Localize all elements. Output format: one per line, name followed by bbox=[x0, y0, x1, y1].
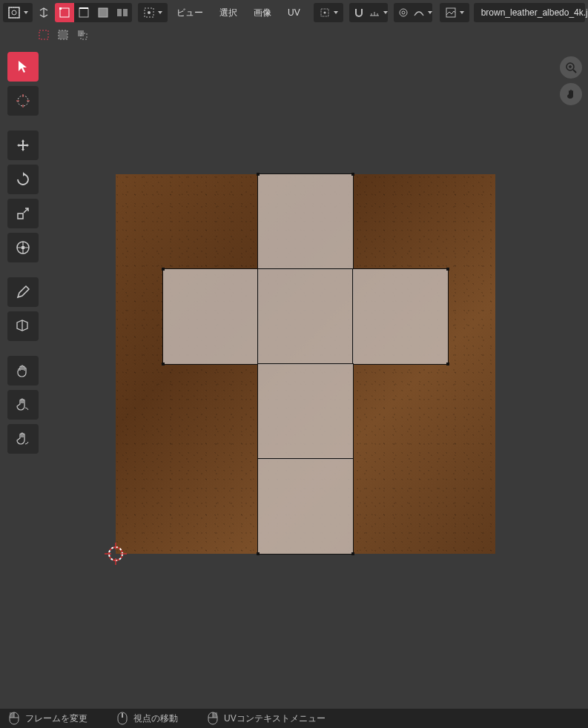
header-row-1: ビュー 選択 画像 UV bbox=[0, 0, 588, 25]
svg-point-19 bbox=[402, 11, 405, 14]
hint-move-view: 視点の移動 bbox=[117, 712, 178, 725]
edge-icon bbox=[78, 7, 90, 19]
svg-rect-7 bbox=[99, 8, 108, 17]
tool-scale[interactable] bbox=[7, 199, 39, 228]
uv-editor-icon bbox=[7, 6, 21, 19]
snap-settings[interactable] bbox=[369, 3, 388, 22]
mouse-middle-icon bbox=[117, 712, 128, 725]
magnet-icon bbox=[353, 7, 365, 19]
snap-group bbox=[349, 3, 388, 22]
uv-face[interactable] bbox=[258, 364, 353, 459]
svg-point-2 bbox=[12, 10, 16, 15]
uv-vertex[interactable] bbox=[162, 363, 165, 365]
svg-rect-22 bbox=[59, 30, 67, 39]
svg-rect-5 bbox=[79, 8, 88, 17]
uv-vertex[interactable] bbox=[162, 268, 165, 271]
tool-cursor[interactable] bbox=[7, 86, 39, 116]
sync-selection-button[interactable] bbox=[34, 3, 53, 22]
rotate-icon bbox=[16, 172, 30, 187]
zoom-button[interactable] bbox=[560, 56, 582, 79]
sync-icon bbox=[38, 7, 50, 19]
face-select-button[interactable] bbox=[93, 3, 113, 22]
svg-rect-33 bbox=[22, 246, 24, 249]
select-subtract-button[interactable] bbox=[74, 27, 90, 43]
uv-vertex[interactable] bbox=[446, 268, 449, 271]
image-name-text: brown_leather_albedo_4k.jpg bbox=[481, 7, 588, 18]
uv-viewport[interactable] bbox=[0, 44, 588, 709]
tool-move[interactable] bbox=[7, 130, 39, 160]
uv-face[interactable] bbox=[163, 269, 258, 364]
hint-move-view-label: 視点の移動 bbox=[133, 712, 178, 725]
header-row-2 bbox=[0, 25, 588, 44]
falloff-dropdown[interactable] bbox=[413, 3, 432, 22]
svg-rect-1 bbox=[9, 7, 19, 18]
sticky-icon bbox=[143, 7, 155, 19]
rip-icon bbox=[15, 318, 31, 334]
svg-rect-31 bbox=[18, 214, 23, 219]
tool-column bbox=[7, 52, 39, 454]
relax-icon bbox=[16, 397, 30, 412]
menu-image-label: 画像 bbox=[254, 7, 271, 19]
svg-rect-4 bbox=[59, 7, 62, 10]
uv-vertex[interactable] bbox=[257, 173, 260, 176]
select-rect-icon bbox=[38, 29, 50, 41]
svg-rect-20 bbox=[446, 8, 455, 17]
editor-type-dropdown[interactable] bbox=[3, 3, 33, 22]
tool-select[interactable] bbox=[7, 52, 39, 82]
select-mode-group bbox=[55, 3, 132, 22]
edge-select-button[interactable] bbox=[74, 3, 93, 22]
sticky-select-dropdown[interactable] bbox=[138, 3, 168, 22]
island-select-button[interactable] bbox=[113, 3, 132, 22]
mouse-left-icon bbox=[9, 712, 19, 725]
snap-toggle[interactable] bbox=[349, 3, 369, 22]
svg-point-13 bbox=[323, 12, 326, 14]
uv-face[interactable] bbox=[258, 174, 353, 269]
snap-increment-icon bbox=[369, 7, 380, 19]
pan-button[interactable] bbox=[560, 83, 582, 105]
uv-vertex[interactable] bbox=[257, 552, 260, 555]
tool-relax[interactable] bbox=[7, 390, 39, 420]
pivot-dropdown[interactable] bbox=[314, 3, 343, 22]
select-set-button[interactable] bbox=[36, 27, 52, 43]
scale-icon bbox=[16, 206, 30, 221]
island-icon bbox=[116, 7, 128, 19]
uv-vertex[interactable] bbox=[351, 552, 354, 555]
uv-face[interactable] bbox=[258, 269, 353, 364]
svg-rect-9 bbox=[123, 9, 128, 16]
svg-point-11 bbox=[148, 11, 151, 14]
viewport-nav bbox=[560, 56, 582, 105]
menu-select-label: 選択 bbox=[219, 7, 237, 19]
tool-rip[interactable] bbox=[7, 311, 39, 341]
transform-icon bbox=[15, 239, 31, 256]
menu-uv-label: UV bbox=[288, 7, 300, 18]
tool-transform[interactable] bbox=[7, 233, 39, 262]
proportional-toggle[interactable] bbox=[394, 3, 413, 22]
menu-view[interactable]: ビュー bbox=[169, 3, 211, 22]
pinch-icon bbox=[16, 431, 30, 446]
uv-vertex[interactable] bbox=[446, 363, 449, 365]
uv-face[interactable] bbox=[258, 459, 353, 554]
uv-vertex[interactable] bbox=[351, 173, 354, 176]
pencil-icon bbox=[16, 285, 30, 300]
vertex-icon bbox=[59, 7, 70, 19]
tool-pinch[interactable] bbox=[7, 424, 39, 454]
proportional-group bbox=[394, 3, 432, 22]
menu-select[interactable]: 選択 bbox=[212, 3, 245, 22]
svg-rect-46 bbox=[122, 713, 123, 718]
image-name-field[interactable]: brown_leather_albedo_4k.jpg bbox=[474, 3, 585, 22]
vertex-select-button[interactable] bbox=[55, 3, 74, 22]
menu-image[interactable]: 画像 bbox=[246, 3, 279, 22]
svg-rect-8 bbox=[117, 9, 122, 16]
tool-annotate[interactable] bbox=[7, 277, 39, 307]
hand-pan-icon bbox=[565, 88, 577, 100]
select-extend-button[interactable] bbox=[55, 27, 71, 43]
image-selector[interactable] bbox=[440, 3, 469, 22]
proportional-icon bbox=[397, 7, 409, 19]
tool-rotate[interactable] bbox=[7, 165, 39, 194]
uv-face[interactable] bbox=[353, 269, 448, 364]
hint-uv-context-label: UVコンテキストメニュー bbox=[224, 712, 326, 725]
image-icon bbox=[445, 7, 457, 19]
svg-point-18 bbox=[400, 9, 407, 16]
tool-grab[interactable] bbox=[7, 356, 39, 385]
menu-uv[interactable]: UV bbox=[280, 3, 308, 22]
